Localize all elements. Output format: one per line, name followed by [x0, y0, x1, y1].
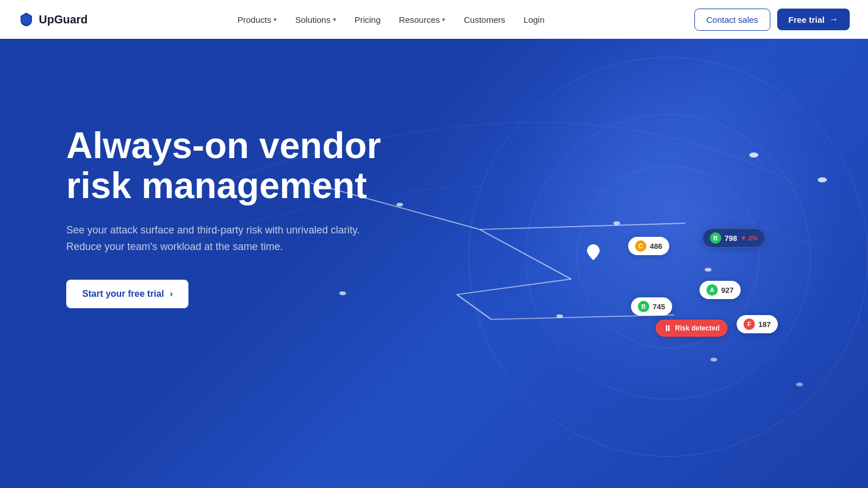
score-value-a: 927 [721, 286, 734, 295]
score-badge-b-top: B 798 ▼ 2% [702, 228, 765, 248]
grade-letter-f: F [744, 318, 755, 330]
grade-letter-c: C [635, 240, 646, 252]
score-value-b-mid: 745 [653, 303, 665, 311]
score-badge-b-mid: B 745 [631, 297, 672, 316]
svg-line-2 [480, 229, 571, 279]
svg-line-1 [480, 223, 685, 229]
logo[interactable]: UpGuard [18, 11, 88, 27]
nav-customers[interactable]: Customers [457, 10, 512, 29]
svg-line-5 [491, 315, 674, 320]
chevron-right-icon: › [170, 289, 172, 299]
grade-letter-a: A [706, 284, 718, 296]
svg-point-10 [705, 268, 712, 272]
map-pin-icon [587, 244, 597, 257]
chevron-down-icon: ▾ [333, 16, 336, 23]
score-value-c: 486 [650, 242, 662, 251]
nav-solutions[interactable]: Solutions ▾ [288, 10, 343, 29]
nav-pricing[interactable]: Pricing [348, 10, 388, 29]
hero-subtitle: See your attack surface and third-party … [66, 222, 369, 255]
trend-indicator: ▼ 2% [741, 235, 758, 241]
score-value-b-top: 798 [725, 234, 737, 243]
svg-line-4 [457, 295, 491, 319]
score-value-f: 187 [758, 320, 771, 329]
grade-letter-b-top: B [710, 232, 721, 244]
nav-resources[interactable]: Resources ▾ [392, 10, 453, 29]
svg-point-15 [590, 248, 596, 253]
start-free-trial-button[interactable]: Start your free trial › [66, 280, 188, 308]
nav-links: Products ▾ Solutions ▾ Pricing Resources… [231, 10, 552, 29]
logo-text: UpGuard [39, 13, 88, 26]
chevron-down-icon: ▾ [274, 16, 277, 23]
svg-point-11 [749, 152, 758, 158]
hero-content: Always-on vendor risk management See you… [66, 126, 381, 308]
chevron-down-icon: ▾ [442, 16, 445, 23]
upguard-logo-icon [18, 11, 34, 27]
contact-sales-button[interactable]: Contact sales [694, 9, 770, 31]
score-badge-f: F 187 [737, 315, 778, 333]
hero-section: C 486 B 798 ▼ 2% A 927 B 745 ⏸ Risk dete… [0, 0, 868, 488]
svg-point-14 [796, 382, 803, 386]
grade-letter-b-mid: B [638, 301, 649, 312]
nav-login[interactable]: Login [517, 10, 552, 29]
risk-detected-badge: ⏸ Risk detected [656, 320, 728, 337]
svg-point-9 [556, 314, 563, 318]
svg-point-7 [613, 221, 620, 225]
arrow-right-icon: → [829, 14, 838, 25]
risk-warning-icon: ⏸ [664, 324, 672, 333]
svg-point-6 [396, 203, 403, 207]
nav-actions: Contact sales Free trial → [694, 9, 850, 31]
score-badge-c: C 486 [628, 237, 669, 255]
navbar: UpGuard Products ▾ Solutions ▾ Pricing R… [0, 0, 868, 39]
hero-title: Always-on vendor risk management [66, 126, 381, 206]
svg-point-12 [818, 178, 827, 183]
nav-products[interactable]: Products ▾ [231, 10, 284, 29]
svg-point-13 [710, 358, 717, 362]
svg-line-3 [457, 279, 571, 295]
free-trial-button[interactable]: Free trial → [777, 9, 850, 30]
score-badge-a: A 927 [700, 281, 741, 299]
